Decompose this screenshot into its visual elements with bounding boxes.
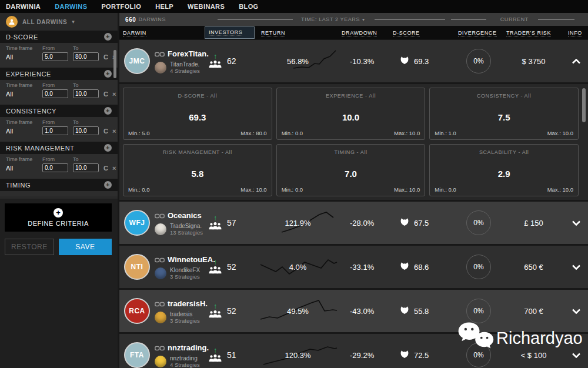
add-filter-icon[interactable]: +: [104, 33, 112, 41]
watermark-text: Richardyao: [496, 329, 583, 348]
metric-card-risk-management: RISK MANAGEMENT - All 5.8 Min.: 0.0Max.:…: [123, 144, 272, 196]
timeframe-value[interactable]: All: [6, 53, 42, 61]
trader-avatar: [155, 356, 166, 367]
investors-count: 52: [227, 262, 236, 272]
return-value: 56.8%: [287, 57, 309, 66]
add-filter-icon[interactable]: +: [104, 107, 112, 115]
timeframe-value[interactable]: All: [6, 91, 42, 98]
filter-header[interactable]: TIMING +: [0, 179, 118, 191]
metric-value: 2.9: [498, 169, 510, 179]
col-traders-risk[interactable]: TRADER'S RISK: [503, 30, 564, 36]
investors-count: 51: [227, 350, 236, 360]
nav-item-darwins[interactable]: DARWINS: [55, 3, 87, 10]
filter-header[interactable]: D-SCORE +: [0, 31, 118, 43]
col-investors-selected[interactable]: INVESTORS: [205, 26, 255, 39]
add-filter-icon[interactable]: +: [104, 144, 112, 152]
strategies-count: 4 Strategies: [170, 362, 200, 368]
darwin-row-oceanics[interactable]: WFJ Oceanics TradeSigna. 13 Strategies: [119, 202, 588, 244]
to-input[interactable]: [73, 89, 99, 98]
col-info[interactable]: INFO: [564, 30, 588, 36]
nav-item-blog[interactable]: BLOG: [239, 3, 258, 10]
darwins-scope-dropdown[interactable]: ALL DARWINS ▾: [0, 13, 118, 31]
nav-item-darwinia[interactable]: DARWINIA: [6, 3, 41, 10]
metric-min: Min.: 0.0: [128, 186, 149, 193]
from-input[interactable]: [42, 126, 68, 135]
timeframe-value[interactable]: All: [6, 128, 42, 135]
from-input[interactable]: [42, 89, 68, 98]
list-scrollbar[interactable]: [582, 88, 586, 122]
from-input[interactable]: [42, 163, 68, 172]
link-icon: [155, 49, 165, 59]
expanded-metrics-panel: D-SCORE - All 69.3 Min.: 5.0Max.: 80.0 E…: [119, 84, 588, 200]
expand-chevron-icon[interactable]: [572, 265, 581, 270]
link-icon: [155, 343, 165, 353]
save-button[interactable]: SAVE: [59, 239, 112, 255]
col-divergence[interactable]: DIVERGENCE: [455, 30, 503, 36]
to-input[interactable]: [73, 126, 99, 135]
darwin-name[interactable]: tradersisH.: [168, 299, 208, 308]
darwins-count: 660: [125, 16, 136, 23]
caret-down-icon: ▾: [72, 19, 75, 25]
darwin-name[interactable]: ForexTitan.: [168, 49, 209, 58]
darwin-row-forextitan[interactable]: JMC ForexTitan. TitanTrade. 4 Strategies: [119, 40, 588, 82]
darwin-name[interactable]: Oceanics: [168, 211, 202, 220]
filter-header[interactable]: CONSISTENCY +: [0, 105, 118, 117]
return-value: 49.5%: [287, 307, 309, 316]
col-drawdown[interactable]: DRAWDOWN: [338, 30, 389, 36]
dscore-value: 69.3: [414, 57, 429, 66]
darwin-name[interactable]: nnztrading.: [168, 343, 209, 352]
remove-filter-icon[interactable]: ×: [112, 91, 116, 98]
filter-section-experience: EXPERIENCE + Time frame From To All: [0, 68, 118, 105]
drawdown-value: -28.0%: [338, 219, 389, 228]
metric-card-timing: TIMING - All 7.0 Min.: 0.0Max.: 10.0: [276, 144, 426, 196]
remove-filter-icon[interactable]: ×: [112, 128, 116, 135]
dscore-owl-icon: [399, 218, 410, 228]
metric-value: 5.8: [191, 169, 203, 179]
restore-button[interactable]: RESTORE: [5, 239, 54, 255]
col-dscore[interactable]: D-SCORE: [389, 30, 455, 36]
reset-filter-icon[interactable]: C: [103, 91, 108, 98]
col-darwin[interactable]: DARWIN: [119, 30, 205, 36]
trader-name: TitanTrade.: [170, 61, 200, 68]
add-filter-icon[interactable]: +: [104, 181, 112, 189]
reset-filter-icon[interactable]: C: [103, 128, 108, 135]
timeframe-value[interactable]: All: [6, 165, 42, 172]
metric-min: Min.: 0.0: [282, 130, 303, 136]
add-filter-icon[interactable]: +: [104, 70, 112, 78]
investors-icon: [208, 310, 222, 320]
reset-filter-icon[interactable]: C: [103, 165, 108, 172]
remove-filter-icon[interactable]: ×: [112, 165, 116, 172]
filter-header[interactable]: EXPERIENCE +: [0, 68, 118, 80]
to-input[interactable]: [73, 52, 99, 61]
to-label: To: [73, 119, 103, 125]
filter-header[interactable]: RISK MANAGEMENT +: [0, 142, 118, 154]
strategies-count: 4 Strategies: [170, 68, 200, 74]
darwin-avatar: RCA: [124, 298, 150, 324]
nav-item-webinars[interactable]: WEBINARS: [188, 3, 225, 10]
nav-item-help[interactable]: HELP: [155, 3, 173, 10]
nav-item-portfolio[interactable]: PORTFOLIO: [101, 3, 141, 10]
metric-max: Max.: 10.0: [394, 130, 420, 136]
to-label: To: [73, 45, 103, 51]
return-value: 121.9%: [285, 219, 310, 228]
time-range-dropdown[interactable]: TIME: LAST 2 YEARS▾: [301, 16, 365, 22]
sidebar-scrollbar[interactable]: [113, 50, 116, 78]
dscore-owl-icon: [399, 56, 410, 66]
define-criteria-button[interactable]: + DEFINE CRITERIA: [5, 203, 112, 232]
darwin-row-winnetouea[interactable]: NTI WinnetouEA. KlondikeFX 3 Strategies: [119, 246, 588, 288]
dscore-owl-icon: [399, 262, 410, 272]
to-input[interactable]: [73, 163, 99, 172]
timeframe-label: Time frame: [6, 82, 42, 88]
col-return[interactable]: RETURN: [258, 30, 338, 36]
from-input[interactable]: [42, 52, 68, 61]
collapse-chevron-icon[interactable]: [572, 59, 581, 64]
strategies-count: 3 Strategies: [170, 317, 200, 324]
strategies-count: 13 Strategies: [170, 229, 203, 236]
expand-chevron-icon[interactable]: [572, 220, 581, 226]
filter-section-risk-management: RISK MANAGEMENT + Time frame From To All: [0, 142, 118, 179]
reset-filter-icon[interactable]: C: [103, 53, 108, 61]
expand-chevron-icon[interactable]: [572, 309, 581, 314]
divider-line: [451, 19, 486, 20]
dscore-value: 55.8: [414, 307, 429, 316]
darwins-list: JMC ForexTitan. TitanTrade. 4 Strategies: [119, 39, 588, 368]
